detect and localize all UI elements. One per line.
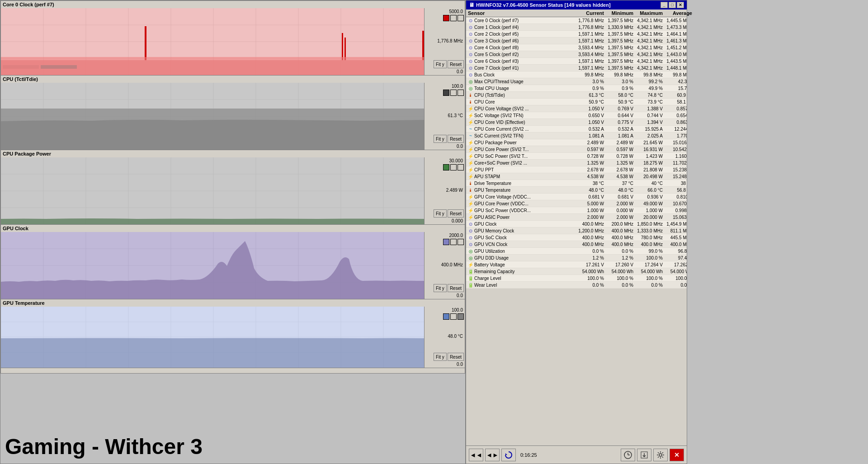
sensor-name-label: GPU Utilization	[474, 249, 505, 254]
table-row: ⊙ GPU Clock 400.0 MHz 200.0 MHz 1,850.0 …	[466, 221, 687, 227]
gpu-temp-max: 100.0	[425, 308, 464, 312]
sensor-type-icon: ⊙	[468, 221, 473, 227]
sensor-name-cell: ⊙ GPU SoC Clock	[468, 235, 576, 240]
sensor-maximum-val: 20.498 W	[635, 174, 665, 179]
sensor-name-cell: ⊙ Core 6 Clock (perf #3)	[468, 58, 576, 64]
table-row: ⚡ Core+SoC Power (SVI2 ... 1.325 W 1.325…	[466, 160, 687, 166]
cpu-power-controls: 30.000 2.489 W Fit y Reset 0.000	[424, 157, 465, 224]
sensor-average-val: 0.654 V	[665, 113, 687, 118]
sensor-minimum-val: 17.260 V	[606, 262, 635, 267]
export-btn[interactable]	[637, 449, 651, 461]
table-row: ⚡ CPU PPT 2.678 W 2.678 W 21.808 W 15.23…	[466, 166, 687, 173]
core-clock-title: Core 0 Clock (perf #7)	[1, 1, 465, 8]
cpu-temp-graph	[1, 83, 426, 150]
minimize-btn[interactable]: _	[660, 2, 668, 8]
sensor-current-val: 99.8 MHz	[576, 72, 606, 77]
close-hwinfo-btn[interactable]: ✕	[670, 449, 684, 461]
gpu-temp-fity-btn[interactable]: Fit y	[434, 353, 447, 361]
cpu-power-reset-btn[interactable]: Reset	[448, 209, 464, 218]
sensor-type-icon: ⊙	[468, 241, 473, 247]
sensor-average-val: 11.702 W	[665, 161, 687, 166]
cpu-power-fity-btn[interactable]: Fit y	[434, 209, 447, 218]
sensor-name-cell: ⚡ CPU SoC Power (SVI2 T...	[468, 153, 576, 159]
sensor-name-cell: ⚡ GPU Core Voltage (VDDC...	[468, 194, 576, 199]
table-row: ⊙ Core 0 Clock (perf #7) 1,776.8 MHz 1,3…	[466, 17, 687, 24]
sensor-minimum-val: 2.000 W	[606, 201, 635, 206]
hwinfo-title-bar: 🖥 HWiNFO32 v7.06-4500 Sensor Status [149…	[466, 0, 687, 9]
core-clock-section: Core 0 Clock (perf #7)	[0, 0, 465, 75]
table-row: ⊙ Core 1 Clock (perf #4) 1,776.8 MHz 1,3…	[466, 24, 687, 31]
sensor-maximum-val: 1,850.0 MHz	[635, 222, 665, 227]
settings-btn[interactable]	[653, 449, 668, 461]
sensor-minimum-val: 1,397.5 MHz	[606, 45, 635, 50]
sensor-type-icon: ⚡	[468, 106, 473, 111]
sensor-average-val: 17.262 V	[665, 262, 687, 267]
sensor-maximum-val: 0.936 V	[635, 194, 665, 199]
sensor-name-label: GPU Clock	[474, 222, 496, 227]
sensor-minimum-val: 0.681 V	[606, 194, 635, 199]
sensor-minimum-val: 400.0 MHz	[606, 228, 635, 233]
sensor-current-val: 0.681 V	[576, 194, 606, 199]
sensor-minimum-val: 48.0 °C	[606, 188, 635, 193]
cpu-temp-reset-btn[interactable]: Reset	[448, 135, 464, 143]
sensor-current-val: 100.0 %	[576, 276, 606, 281]
sensor-name-cell: ⊙ Bus Clock	[468, 72, 576, 77]
table-row: ⚡ CPU Package Power 2.489 W 2.489 W 21.6…	[466, 139, 687, 146]
gpu-temp-reset-btn[interactable]: Reset	[448, 353, 464, 361]
sensor-maximum-val: 21.645 W	[635, 140, 665, 145]
maximize-btn[interactable]: □	[669, 2, 676, 8]
sensor-minimum-val: 0.9 %	[606, 86, 635, 91]
sensor-type-icon: ⚡	[468, 262, 473, 267]
col-current: Current	[576, 10, 606, 16]
cpu-power-max: 30.000	[425, 158, 464, 163]
sensor-average-val: 1,443.5 MHz	[665, 59, 687, 64]
core-clock-controls: 5000.0 1,776.8 MHz Fit y Reset 0.0	[424, 8, 465, 75]
sensor-minimum-val: 1,397.5 MHz	[606, 52, 635, 57]
sensor-name-label: Core 1 Clock (perf #4)	[474, 25, 519, 30]
sensor-average-val: 10.670 W	[665, 201, 687, 206]
gpu-clock-controls: 2000.0 400.0 MHz Fit y Reset 0.0	[424, 232, 465, 299]
sensor-minimum-val: 1,330.9 MHz	[606, 25, 635, 30]
table-row: 🔋 Remaining Capacity 54.000 Wh 54.000 Wh…	[466, 268, 687, 275]
sensor-current-val: 0.650 V	[576, 113, 606, 118]
sensor-minimum-val: 54.000 Wh	[606, 269, 635, 274]
clock-icon-btn[interactable]	[621, 449, 635, 461]
sensor-current-val: 1.000 W	[576, 208, 606, 213]
sensor-average-val: 97.4 %	[665, 256, 687, 260]
cpu-temp-max: 100.0	[425, 84, 464, 89]
gpu-clock-min: 0.0	[425, 293, 464, 298]
table-row: 🌡 CPU (Tctl/Tdie) 61.3 °C 58.0 °C 74.8 °…	[466, 92, 687, 99]
sensor-maximum-val: 4,342.1 MHz	[635, 38, 665, 43]
sensor-maximum-val: 100.0 %	[635, 276, 665, 281]
sensor-average-val: 96.8 %	[665, 249, 687, 254]
left-panel: Core 0 Clock (perf #7)	[0, 0, 466, 464]
sensor-average-val: 1,473.3 MHz	[665, 25, 687, 30]
sensor-maximum-val: 1.423 W	[635, 154, 665, 159]
col-minimum: Minimum	[606, 10, 635, 16]
sensor-average-val: 1,464.1 MHz	[665, 32, 687, 37]
close-btn[interactable]: ✕	[677, 2, 684, 8]
core-clock-reset-btn[interactable]: Reset	[448, 60, 464, 68]
gpu-clock-reset-btn[interactable]: Reset	[448, 284, 464, 292]
sensor-name-cell: ⊙ GPU Memory Clock	[468, 228, 576, 233]
gpu-temp-color-gray1	[450, 313, 457, 320]
cpu-temp-fity-btn[interactable]: Fit y	[434, 135, 447, 143]
sensor-maximum-val: 1.394 V	[635, 120, 665, 125]
nav-next-btn[interactable]: ◄►	[485, 449, 500, 461]
gpu-temp-scrollbar[interactable]	[1, 368, 465, 373]
core-clock-color-red	[443, 15, 449, 21]
reset-graph-btn[interactable]	[501, 449, 516, 461]
table-row: 🔋 Charge Level 100.0 % 100.0 % 100.0 % 1…	[466, 275, 687, 282]
sensor-maximum-val: 400.0 MHz	[635, 242, 665, 247]
gpu-clock-fity-btn[interactable]: Fit y	[434, 284, 447, 292]
sensor-average-val: 10.542 W	[665, 147, 687, 152]
sensor-name-cell: ◎ Max CPU/Thread Usage	[468, 79, 576, 84]
table-row: 🌡 Drive Temperature 38 °C 37 °C 40 °C 38…	[466, 180, 687, 187]
table-row: ⊙ Core 2 Clock (perf #5) 1,597.1 MHz 1,3…	[466, 31, 687, 38]
sensor-type-icon: ⚡	[468, 174, 473, 179]
sensor-minimum-val: 1,397.5 MHz	[606, 18, 635, 23]
core-clock-fity-btn[interactable]: Fit y	[434, 60, 447, 68]
sensor-type-icon: ⊙	[468, 72, 473, 77]
nav-prev-btn[interactable]: ◄◄	[469, 449, 483, 461]
sensor-average-val: 0.863 V	[665, 120, 687, 125]
